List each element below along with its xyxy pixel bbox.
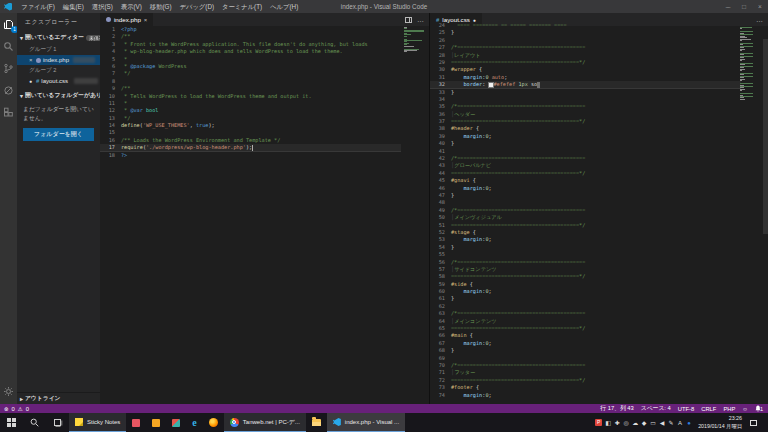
vscode-logo-icon bbox=[4, 3, 12, 11]
open-folder-button[interactable]: フォルダーを開く bbox=[23, 128, 94, 141]
warning-icon[interactable]: ⚠ bbox=[18, 406, 23, 412]
onedrive-cloud-icon[interactable]: ☁ bbox=[632, 419, 638, 426]
maximize-button[interactable]: □ bbox=[736, 0, 752, 13]
gear-icon[interactable] bbox=[2, 385, 15, 398]
code-line: 52#stage { bbox=[430, 229, 741, 236]
code-line: 31 margin:0 auto; bbox=[430, 74, 741, 81]
pushbullet-tray-icon[interactable]: P bbox=[595, 419, 602, 426]
red-app-button[interactable] bbox=[126, 413, 146, 432]
edge-button[interactable]: e bbox=[186, 413, 202, 432]
taskbar-search-icon[interactable] bbox=[23, 413, 46, 432]
start-button[interactable] bbox=[0, 413, 23, 432]
source-control-icon[interactable] bbox=[2, 62, 15, 75]
status-item-0[interactable]: 行 17、列 43 bbox=[600, 404, 634, 413]
code-line: 25} bbox=[430, 29, 741, 36]
minimap[interactable] bbox=[740, 27, 762, 100]
error-count[interactable]: 0 bbox=[12, 406, 15, 412]
code-line: 74 margin:0; bbox=[430, 392, 741, 399]
open-editor-item-indexphp[interactable]: × index.php bbox=[17, 55, 100, 65]
menu-debug[interactable]: デバッグ(D) bbox=[176, 0, 219, 13]
menu-selection[interactable]: 選択(S) bbox=[88, 0, 117, 13]
multicolor-app-button[interactable] bbox=[166, 413, 186, 432]
minimap-line bbox=[404, 36, 407, 37]
close-icon[interactable]: × bbox=[144, 17, 148, 23]
minimap[interactable] bbox=[404, 27, 426, 53]
status-item-4[interactable]: PHP bbox=[723, 406, 735, 412]
firefox-button[interactable] bbox=[203, 413, 224, 432]
warning-count[interactable]: 0 bbox=[26, 406, 29, 412]
menu-file[interactable]: ファイル(F) bbox=[17, 0, 59, 13]
error-icon[interactable]: ⊗ bbox=[4, 406, 9, 412]
explorer-icon[interactable]: 1 bbox=[2, 18, 15, 31]
file-explorer-button[interactable] bbox=[306, 413, 327, 432]
display-tray-icon[interactable]: ▭ bbox=[650, 419, 656, 426]
color-swatch bbox=[489, 83, 493, 87]
eye-tray-icon[interactable]: ◎ bbox=[623, 419, 629, 426]
status-item-1[interactable]: スペース: 4 bbox=[641, 404, 671, 413]
action-center-icon[interactable] bbox=[750, 420, 757, 426]
vertical-scrollbar[interactable] bbox=[763, 39, 768, 234]
extensions-icon[interactable] bbox=[2, 106, 15, 119]
defender-shield-icon[interactable]: ◆ bbox=[641, 419, 647, 426]
search-icon[interactable] bbox=[2, 40, 15, 53]
code-line: 30#wrapper { bbox=[430, 66, 741, 73]
more-actions-icon[interactable]: … bbox=[417, 17, 424, 23]
code-line: 37======================================… bbox=[430, 118, 741, 125]
volume-tray-icon[interactable]: ◀ bbox=[659, 419, 665, 426]
outline-section-header[interactable]: ▸ アウトライン bbox=[17, 392, 100, 404]
status-item-2[interactable]: UTF-8 bbox=[678, 406, 694, 412]
menu-edit[interactable]: 編集(E) bbox=[59, 0, 88, 13]
code-line: 56/*====================================… bbox=[430, 259, 741, 266]
code-line: 70/*====================================… bbox=[430, 362, 741, 369]
vscode-button[interactable]: index.php - Visual ... bbox=[327, 413, 405, 432]
feedback-smiley-icon[interactable]: ☺ bbox=[742, 406, 748, 412]
title-bar: ファイル(F) 編集(E) 選択(S) 表示(V) 移動(G) デバッグ(D) … bbox=[0, 0, 768, 13]
sticky-notes-button[interactable]: Sticky Notes bbox=[69, 413, 126, 432]
code-line: 6 * @package WordPress bbox=[100, 63, 401, 70]
code-line: 48 bbox=[430, 199, 741, 206]
code-line: 49/*====================================… bbox=[430, 207, 741, 214]
menu-terminal[interactable]: ターミナル(T) bbox=[218, 0, 266, 13]
open-editor-item-layoutcss[interactable]: ● # layout.css bbox=[17, 76, 100, 86]
menu-view[interactable]: 表示(V) bbox=[117, 0, 146, 13]
open-editors-header[interactable]: ▾ 開いているエディター 未保存 (1) bbox=[17, 31, 100, 44]
debug-icon[interactable] bbox=[2, 84, 15, 97]
tray-app-icon[interactable]: ◧ bbox=[605, 419, 611, 426]
code-line: 51======================================… bbox=[430, 222, 741, 229]
tab-indexphp[interactable]: index.php × bbox=[100, 13, 153, 26]
menu-help[interactable]: ヘルプ(H) bbox=[266, 0, 302, 13]
plus-tray-icon[interactable]: ✚ bbox=[614, 419, 620, 426]
code-line: 65======================================… bbox=[430, 325, 741, 332]
bell-icon[interactable]: 1 bbox=[755, 405, 763, 412]
pen-tray-icon[interactable]: ✎ bbox=[668, 419, 674, 426]
split-editor-icon[interactable] bbox=[405, 17, 412, 23]
taskbar-app-label: Tanweb.net | PC-デ... bbox=[243, 418, 300, 427]
ime-a-icon[interactable]: A bbox=[677, 420, 683, 426]
minimap-line bbox=[740, 99, 745, 100]
status-item-3[interactable]: CRLF bbox=[701, 406, 716, 412]
orange-app-button[interactable] bbox=[146, 413, 166, 432]
close-icon[interactable]: × bbox=[29, 57, 34, 63]
code-line: 8 bbox=[100, 78, 401, 85]
chrome-button[interactable]: Tanweb.net | PC-デ... bbox=[224, 413, 306, 432]
menu-go[interactable]: 移動(G) bbox=[146, 0, 176, 13]
close-button[interactable]: × bbox=[752, 0, 768, 13]
code-line: 28│レイアウト bbox=[430, 52, 741, 59]
no-folder-header[interactable]: ▾ 開いているフォルダーがありません bbox=[17, 89, 100, 102]
code-line: 40} bbox=[430, 140, 741, 147]
minimap-line bbox=[404, 40, 422, 41]
code-line: 46 margin:0; bbox=[430, 185, 741, 192]
code-line: 62 bbox=[430, 303, 741, 310]
more-actions-icon[interactable]: … bbox=[756, 17, 763, 23]
code-line: 41 bbox=[430, 148, 741, 155]
task-view-icon[interactable] bbox=[46, 413, 69, 432]
code-line: 33} bbox=[430, 89, 741, 96]
taskbar-clock[interactable]: 23:26 2019/01/14 月曜日 bbox=[695, 415, 745, 429]
network-tray-icon[interactable]: ● bbox=[686, 420, 692, 426]
tab-bar: index.php × … bbox=[100, 13, 429, 26]
minimize-button[interactable]: ─ bbox=[720, 0, 736, 13]
code-editor-indexphp[interactable]: 1<?php2/**3 * Front to the WordPress app… bbox=[100, 26, 401, 404]
code-line: 1<?php bbox=[100, 26, 401, 33]
code-editor-layoutcss[interactable]: 24 ==== ======== == ===== ======= ====25… bbox=[430, 22, 741, 404]
code-line: 14define('WP_USE_THEMES', true); bbox=[100, 122, 401, 129]
